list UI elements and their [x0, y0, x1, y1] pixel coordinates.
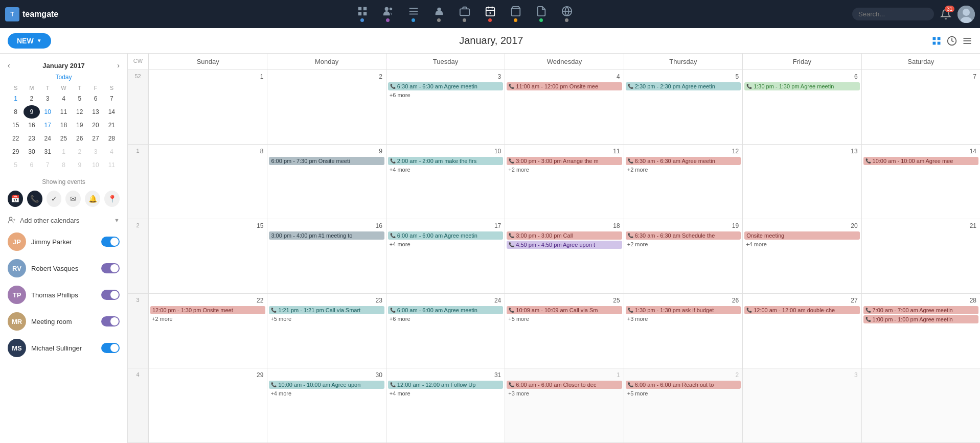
calendar-day-cell[interactable]: 10📞2:00 am - 2:00 am make the firs+4 mor… — [386, 145, 505, 219]
calendar-event[interactable]: 📞6:00 am - 6:00 am Reach out to — [626, 381, 741, 389]
calendar-event[interactable]: 📞7:00 am - 7:00 am Agree meetin — [863, 306, 978, 314]
mini-cal-day[interactable]: 5 — [72, 92, 87, 105]
calendar-day-cell[interactable]: 30📞10:00 am - 10:00 am Agree upon+4 more — [267, 368, 385, 442]
more-events-link[interactable]: +4 more — [388, 390, 503, 397]
app-logo[interactable]: T teamgate — [5, 7, 66, 21]
calendar-toggle[interactable] — [101, 316, 120, 327]
calendar-event[interactable]: 📞6:30 am - 6:30 am Agree meetin — [626, 157, 741, 165]
nav-shopping[interactable] — [510, 6, 521, 22]
mini-cal-day[interactable]: 15 — [8, 119, 24, 132]
calendar-day-cell[interactable]: 3 — [742, 368, 861, 442]
nav-globe[interactable] — [561, 6, 573, 22]
calendar-day-cell[interactable]: 19📞6:30 am - 6:30 am Schedule the+2 more — [624, 219, 742, 293]
calendar-event[interactable]: 📞1:30 pm - 1:30 pm Agree meetin — [744, 82, 859, 90]
calendar-event[interactable]: Onsite meeting — [744, 231, 859, 240]
mini-cal-day[interactable]: 26 — [72, 132, 87, 145]
calendar-event[interactable]: 📞11:00 am - 12:00 pm Onsite mee — [507, 82, 622, 90]
grid-view-button[interactable] — [931, 36, 942, 46]
calendar-event[interactable]: 📞1:00 pm - 1:00 pm Agree meetin — [863, 315, 978, 323]
new-button[interactable]: NEW ▼ — [8, 33, 51, 49]
nav-briefcase[interactable] — [459, 6, 470, 22]
search-input[interactable] — [852, 8, 934, 20]
calendar-day-cell[interactable]: 2 — [267, 70, 385, 144]
mini-cal-day[interactable]: 4 — [104, 145, 120, 158]
calendar-day-cell[interactable]: 25📞10:09 am - 10:09 am Call via Sm+5 mor… — [505, 294, 623, 368]
mini-cal-day[interactable]: 4 — [56, 92, 72, 105]
mini-cal-day[interactable]: 1 — [8, 92, 24, 105]
calendar-day-cell[interactable]: 11📞3:00 pm - 3:00 pm Arrange the m+2 mor… — [505, 145, 623, 219]
more-events-link[interactable]: +4 more — [388, 166, 503, 173]
calendar-event[interactable]: 📞6:00 am - 6:00 am Agree meetin — [388, 306, 503, 314]
calendar-day-cell[interactable]: 20Onsite meeting+4 more — [742, 219, 861, 293]
prev-month-button[interactable]: ‹ — [8, 61, 10, 69]
calendar-toggle[interactable] — [101, 343, 120, 353]
mini-cal-day[interactable]: 30 — [24, 145, 39, 158]
today-button[interactable]: Today — [8, 74, 120, 81]
calendar-day-cell[interactable]: 28📞7:00 am - 7:00 am Agree meetin📞1:00 p… — [861, 294, 980, 368]
mini-cal-day[interactable]: 17 — [40, 119, 56, 132]
phone-event-icon[interactable]: 📞 — [27, 191, 42, 207]
nav-grid[interactable] — [357, 6, 368, 22]
mini-cal-day[interactable]: 1 — [56, 145, 72, 158]
add-calendars-button[interactable]: Add other calendars ▼ — [0, 212, 127, 228]
calendar-day-cell[interactable]: 163:00 pm - 4:00 pm #1 meeting to — [267, 219, 385, 293]
calendar-toggle[interactable] — [101, 237, 120, 247]
calendar-day-cell[interactable]: 2212:00 pm - 1:30 pm Onsite meet+2 more — [148, 294, 267, 368]
nav-person[interactable] — [434, 6, 445, 22]
calendar-event[interactable]: 12:00 pm - 1:30 pm Onsite meet — [150, 306, 265, 314]
mini-cal-day[interactable]: 18 — [56, 119, 72, 132]
more-events-link[interactable]: +3 more — [507, 390, 622, 397]
more-events-link[interactable]: +6 more — [388, 315, 503, 322]
more-events-link[interactable]: +5 more — [269, 315, 384, 322]
mini-cal-day[interactable]: 14 — [104, 105, 120, 119]
calendar-day-cell[interactable]: 26📞1:30 pm - 1:30 pm ask if budget+3 mor… — [624, 294, 742, 368]
mini-cal-day[interactable]: 7 — [104, 92, 120, 105]
nav-users[interactable] — [382, 6, 394, 22]
more-events-link[interactable]: +6 more — [388, 91, 503, 99]
more-events-link[interactable]: +4 more — [269, 390, 384, 397]
calendar-event[interactable]: 📞4:50 pm - 4:50 pm Agree upon t — [507, 241, 622, 249]
mini-cal-day[interactable]: 29 — [8, 145, 24, 158]
calendar-event[interactable]: 📞6:00 am - 6:00 am Closer to dec — [507, 381, 622, 389]
calendar-day-cell[interactable]: 24📞6:00 am - 6:00 am Agree meetin+6 more — [386, 294, 505, 368]
calendar-day-cell[interactable]: 14📞10:00 am - 10:00 am Agree mee — [861, 145, 980, 219]
next-month-button[interactable]: › — [117, 61, 120, 69]
mini-cal-day[interactable]: 10 — [40, 105, 56, 119]
mini-cal-day[interactable]: 2 — [24, 92, 39, 105]
user-avatar[interactable] — [958, 6, 975, 23]
nav-calendar[interactable]: 9 — [485, 6, 496, 22]
mini-cal-day[interactable]: 20 — [87, 119, 103, 132]
calendar-day-cell[interactable]: 2📞6:00 am - 6:00 am Reach out to+5 more — [624, 368, 742, 442]
calendar-day-cell[interactable]: 15 — [148, 219, 267, 293]
mini-cal-day[interactable]: 10 — [87, 158, 103, 172]
mini-cal-day[interactable]: 31 — [40, 145, 56, 158]
more-events-link[interactable]: +2 more — [507, 166, 622, 173]
calendar-event[interactable]: 3:00 pm - 4:00 pm #1 meeting to — [269, 231, 384, 240]
calendar-event[interactable]: 📞10:00 am - 10:00 am Agree upon — [269, 381, 384, 389]
calendar-toggle[interactable] — [101, 263, 120, 273]
calendar-day-cell[interactable]: 4📞11:00 am - 12:00 pm Onsite mee — [505, 70, 623, 144]
calendar-day-cell[interactable]: 23📞1:21 pm - 1:21 pm Call via Smart+5 mo… — [267, 294, 385, 368]
mini-cal-day[interactable]: 11 — [104, 158, 120, 172]
mini-cal-day[interactable]: 7 — [40, 158, 56, 172]
calendar-day-cell[interactable]: 7 — [861, 70, 980, 144]
mini-cal-day[interactable]: 9 — [24, 105, 39, 119]
calendar-day-cell[interactable]: 1📞6:00 am - 6:00 am Closer to dec+3 more — [505, 368, 623, 442]
more-events-link[interactable]: +2 more — [150, 315, 265, 322]
mini-cal-day[interactable]: 25 — [56, 132, 72, 145]
calendar-day-cell[interactable]: 31📞12:00 am - 12:00 am Follow Up+4 more — [386, 368, 505, 442]
calendar-event[interactable]: 📞2:30 pm - 2:30 pm Agree meetin — [626, 82, 741, 90]
mini-cal-day[interactable]: 22 — [8, 132, 24, 145]
calendar-day-cell[interactable]: 1 — [148, 70, 267, 144]
mini-cal-day[interactable]: 12 — [72, 105, 87, 119]
nav-document[interactable] — [536, 6, 547, 22]
mini-cal-day[interactable]: 6 — [24, 158, 39, 172]
calendar-day-cell[interactable]: 29 — [148, 368, 267, 442]
mini-cal-day[interactable]: 13 — [87, 105, 103, 119]
mini-cal-day[interactable]: 11 — [56, 105, 72, 119]
calendar-day-cell[interactable] — [861, 368, 980, 442]
calendar-event[interactable]: 📞6:30 am - 6:30 am Schedule the — [626, 231, 741, 240]
calendar-event[interactable]: 📞1:21 pm - 1:21 pm Call via Smart — [269, 306, 384, 314]
mini-cal-day[interactable]: 24 — [40, 132, 56, 145]
calendar-day-cell[interactable]: 27📞12:00 am - 12:00 am double-che — [742, 294, 861, 368]
